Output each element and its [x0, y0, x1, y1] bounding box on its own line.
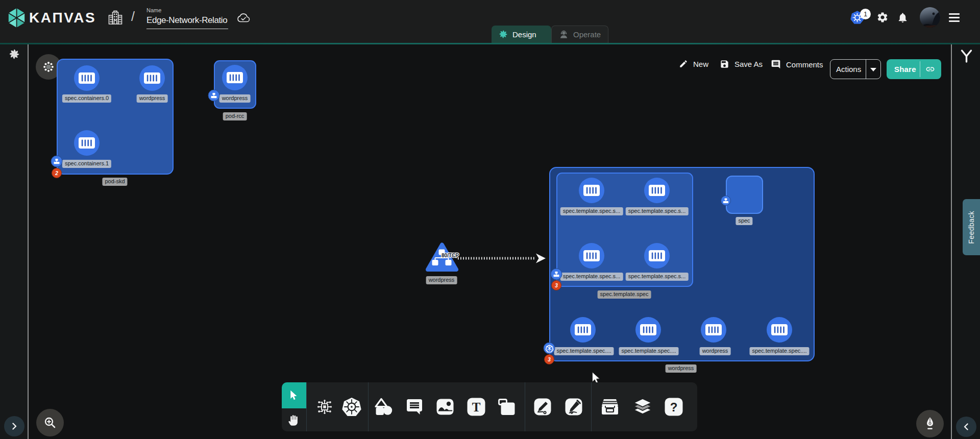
error-count-badge[interactable]: 3	[544, 354, 554, 364]
node-label: spec.template.spec....	[554, 347, 614, 355]
drawer-icon	[600, 398, 620, 416]
tool-shapes[interactable]	[374, 397, 394, 417]
node-service-wordpress[interactable]	[426, 242, 458, 274]
node-template-container-1[interactable]	[644, 178, 670, 203]
node-label: spec.template.spec.s...	[560, 273, 623, 281]
save-as-button[interactable]: Save As	[720, 59, 763, 69]
whiteboard-pen-button[interactable]	[916, 410, 944, 437]
merge-y-icon[interactable]	[960, 49, 973, 63]
tab-design[interactable]: Design	[492, 26, 551, 43]
tool-freehand[interactable]	[565, 398, 583, 417]
organization-icon[interactable]	[108, 10, 123, 25]
zoom-in-button[interactable]	[36, 409, 64, 436]
kanvas-app: KAΠVAS / Name Edge-Net	[0, 0, 980, 439]
node-label: spec.template.spec.s...	[560, 207, 623, 215]
node-deployment-2[interactable]	[701, 317, 726, 343]
kanvas-logo-icon[interactable]	[7, 7, 26, 29]
tool-help[interactable]: ?	[665, 398, 683, 416]
shapes-icon	[374, 397, 394, 417]
pod-badge-icon[interactable]	[721, 196, 731, 206]
actions-dropdown[interactable]: Actions	[830, 59, 881, 79]
expand-left-panel-button[interactable]	[4, 416, 24, 436]
pod-badge-icon[interactable]	[551, 269, 562, 280]
save-as-button-label: Save As	[734, 60, 763, 68]
dock-divider	[306, 382, 307, 431]
container-icon	[573, 322, 593, 337]
node-spec-containers-1[interactable]	[74, 130, 100, 156]
tool-select[interactable]	[282, 382, 306, 408]
tool-comment[interactable]	[405, 398, 424, 416]
container-icon	[703, 322, 724, 337]
chip-circuit-icon	[315, 398, 334, 416]
container-icon	[77, 70, 97, 86]
tool-components[interactable]	[315, 398, 334, 416]
actions-caret-icon[interactable]	[870, 68, 876, 71]
notifications-bell-icon[interactable]	[897, 12, 909, 23]
node-spec-containers-0[interactable]	[74, 65, 100, 91]
node-wordpress-pod-skd[interactable]	[139, 65, 165, 91]
group-label-template: spec.template.spec	[598, 290, 651, 299]
settings-gear-icon[interactable]	[876, 11, 889, 23]
tool-kubernetes[interactable]	[341, 397, 362, 417]
tool-layers[interactable]	[632, 397, 653, 417]
toolbar-dock: T	[282, 382, 697, 431]
chevron-right-icon	[11, 423, 18, 430]
actions-dropdown-label: Actions	[836, 65, 861, 74]
pod-badge-icon[interactable]	[208, 90, 220, 102]
comments-button[interactable]: Comments	[771, 59, 823, 69]
tool-rectangle[interactable]	[497, 398, 517, 416]
hub-icon	[723, 198, 729, 204]
node-template-container-0[interactable]	[579, 178, 604, 203]
hub-icon	[54, 158, 60, 164]
pod-badge-icon[interactable]	[51, 156, 63, 167]
new-button[interactable]: New	[679, 59, 708, 68]
dock-divider	[591, 382, 592, 431]
tool-image[interactable]	[436, 398, 455, 417]
tool-pen-path[interactable]	[533, 398, 552, 417]
gear-burst-icon	[43, 61, 54, 72]
share-button-divider	[920, 61, 920, 77]
node-deployment-0[interactable]	[570, 317, 596, 343]
kubernetes-context-count-badge[interactable]: 1	[860, 9, 871, 19]
tool-text[interactable]: T	[468, 398, 485, 416]
node-template-container-2[interactable]	[579, 243, 604, 269]
header: KAΠVAS / Name Edge-Net	[0, 0, 980, 43]
kubernetes-outline-icon	[545, 344, 553, 352]
tool-drawer[interactable]	[600, 398, 620, 416]
dock-divider	[525, 382, 525, 431]
feedback-tab[interactable]: Feedback	[963, 199, 980, 255]
share-link-icon[interactable]	[925, 64, 935, 74]
kubernetes-badge-icon[interactable]	[544, 343, 555, 354]
chevron-left-icon	[963, 423, 970, 430]
user-avatar[interactable]	[920, 7, 940, 28]
cursor-arrow-icon	[289, 390, 299, 401]
node-deployment-1[interactable]	[635, 317, 661, 343]
group-spec-template-spec[interactable]	[556, 173, 693, 287]
node-label: spec.template.spec.s...	[626, 273, 689, 281]
node-label: wordpress	[219, 94, 251, 103]
new-button-label: New	[693, 60, 708, 68]
design-tab-icon	[499, 30, 508, 39]
node-spec[interactable]	[726, 176, 763, 214]
design-name-input[interactable]: Edge-Network-Relatio	[146, 15, 228, 26]
error-count-badge[interactable]: 2	[52, 168, 62, 178]
menu-hamburger-icon[interactable]	[948, 13, 960, 22]
design-canvas[interactable]: Feedback New Save As Comments Actions	[0, 44, 980, 439]
tool-pan[interactable]	[282, 408, 306, 431]
node-label: wordpress	[137, 94, 168, 103]
node-label: wordpress	[700, 347, 731, 355]
node-wordpress-pod-rcc[interactable]	[222, 65, 248, 90]
kanvas-wordmark: KAΠVAS	[29, 10, 96, 26]
save-floppy-icon	[720, 59, 729, 69]
container-icon	[581, 248, 602, 263]
container-icon	[647, 183, 667, 198]
tab-operate[interactable]: Operate	[551, 26, 608, 43]
cloud-saved-icon	[237, 13, 250, 22]
collapse-right-panel-button[interactable]	[956, 417, 976, 437]
node-deployment-3[interactable]	[767, 317, 792, 343]
error-count-badge[interactable]: 3	[551, 280, 561, 290]
container-icon	[225, 70, 245, 85]
share-button[interactable]: Share	[887, 59, 941, 79]
node-template-container-3[interactable]	[644, 243, 670, 269]
hamburger-bar	[949, 20, 960, 22]
